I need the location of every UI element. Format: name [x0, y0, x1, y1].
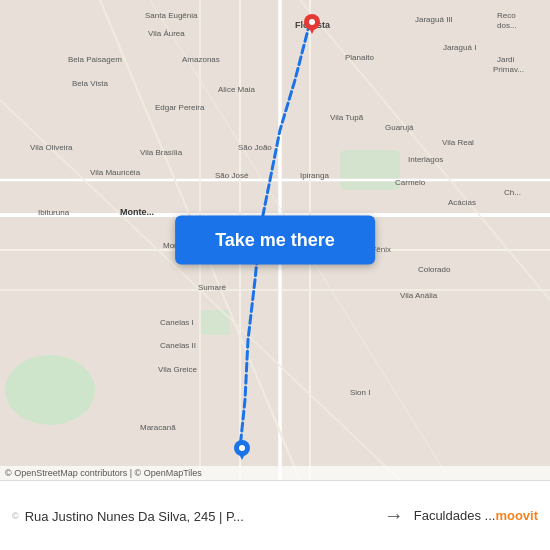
svg-text:Vila Mauricéia: Vila Mauricéia: [90, 168, 141, 177]
arrow-icon: →: [384, 504, 404, 527]
svg-text:Carmelo: Carmelo: [395, 178, 426, 187]
svg-text:Bela Vista: Bela Vista: [72, 79, 108, 88]
svg-text:Monte...: Monte...: [120, 207, 154, 217]
svg-text:Ipiranga: Ipiranga: [300, 171, 329, 180]
svg-text:Maracanã: Maracanã: [140, 423, 176, 432]
svg-text:Canelas II: Canelas II: [160, 341, 196, 350]
moovit-logo: moovit: [495, 508, 538, 523]
take-me-there-button[interactable]: Take me there: [175, 216, 375, 265]
destination-label: Faculdades ...: [414, 508, 496, 523]
svg-text:Jardi: Jardi: [497, 55, 515, 64]
svg-text:Vila Anália: Vila Anália: [400, 291, 438, 300]
svg-text:Sumaré: Sumaré: [198, 283, 227, 292]
svg-text:Canelas I: Canelas I: [160, 318, 194, 327]
svg-text:Vila Real: Vila Real: [442, 138, 474, 147]
svg-text:Jaraguá I: Jaraguá I: [443, 43, 476, 52]
svg-text:Alice Maia: Alice Maia: [218, 85, 255, 94]
svg-text:Vila Brasília: Vila Brasília: [140, 148, 183, 157]
svg-text:Amazonas: Amazonas: [182, 55, 220, 64]
svg-text:Planalto: Planalto: [345, 53, 374, 62]
svg-text:Reco: Reco: [497, 11, 516, 20]
bottom-bar: © Rua Justino Nunes Da Silva, 245 | P...…: [0, 480, 550, 550]
svg-text:São João: São João: [238, 143, 272, 152]
svg-text:Vila Tupã: Vila Tupã: [330, 113, 364, 122]
svg-text:dos...: dos...: [497, 21, 517, 30]
svg-rect-2: [340, 150, 400, 190]
svg-text:Vila Oliveira: Vila Oliveira: [30, 143, 73, 152]
svg-text:Vila Áurea: Vila Áurea: [148, 29, 185, 38]
svg-text:Interlagos: Interlagos: [408, 155, 443, 164]
svg-point-1: [5, 355, 95, 425]
svg-text:Guarujá: Guarujá: [385, 123, 414, 132]
svg-text:Sion I: Sion I: [350, 388, 370, 397]
svg-text:Vila Greice: Vila Greice: [158, 365, 198, 374]
route-info: Rua Justino Nunes Da Silva, 245 | P...: [25, 507, 374, 525]
svg-text:Edgar Pereira: Edgar Pereira: [155, 103, 205, 112]
svg-text:Ibituruna: Ibituruna: [38, 208, 70, 217]
svg-text:Ch...: Ch...: [504, 188, 521, 197]
map-attribution: © OpenStreetMap contributors | © OpenMap…: [0, 466, 550, 480]
svg-text:Primav...: Primav...: [493, 65, 524, 74]
svg-point-62: [239, 445, 245, 451]
svg-text:Acácias: Acácias: [448, 198, 476, 207]
svg-point-59: [309, 19, 315, 25]
svg-text:Colorado: Colorado: [418, 265, 451, 274]
svg-text:Bela Paisagem: Bela Paisagem: [68, 55, 122, 64]
osm-logo: ©: [12, 511, 19, 521]
origin-label: Rua Justino Nunes Da Silva, 245 | P...: [25, 509, 244, 524]
svg-text:Jaraguá III: Jaraguá III: [415, 15, 453, 24]
svg-text:Santa Eugênia: Santa Eugênia: [145, 11, 198, 20]
svg-text:São José: São José: [215, 171, 249, 180]
map-container: Santa Eugênia Vila Áurea Bela Paisagem A…: [0, 0, 550, 480]
